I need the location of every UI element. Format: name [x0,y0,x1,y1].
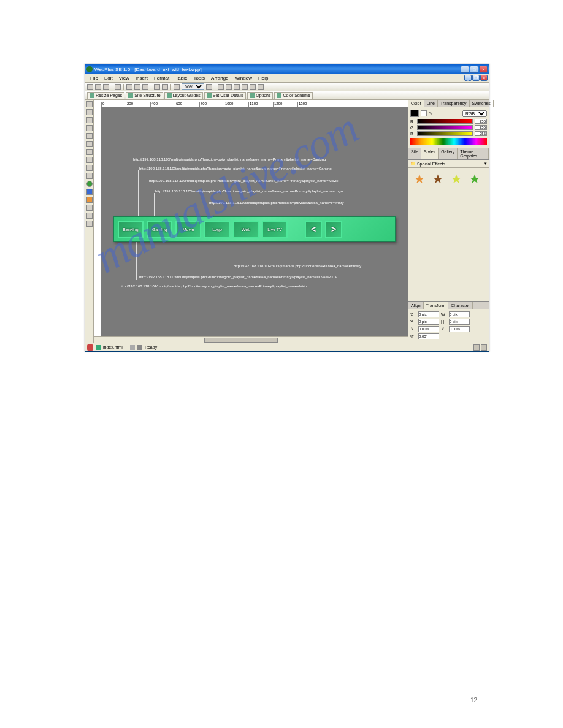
zoom-actual-icon[interactable] [226,84,232,90]
snap-icon[interactable] [258,84,264,90]
star-style-orange[interactable]: ★ [412,172,427,186]
text-tool-icon[interactable] [86,117,93,123]
media-tool-icon[interactable] [86,221,93,227]
line-tool-icon[interactable] [86,149,93,155]
zoom-out-icon[interactable] [174,84,180,90]
redo-icon[interactable] [162,84,168,90]
pointer-tool-icon[interactable] [86,101,93,107]
site-structure-button[interactable]: Site Structure [126,92,163,99]
y-input[interactable] [418,319,439,325]
zoom-select[interactable]: 66% [182,83,204,90]
rect-tool-icon[interactable] [86,157,93,163]
r-slider[interactable] [417,119,473,124]
menu-table[interactable]: Table [172,75,190,82]
rss-tool-icon[interactable] [86,197,93,203]
copy-icon[interactable] [134,84,140,90]
dropdown-icon[interactable]: ▾ [484,161,487,166]
crop-tool-icon[interactable] [86,173,93,179]
menu-help[interactable]: Help [255,75,271,82]
tab-swatches[interactable]: Swatches [470,100,494,107]
user-details-button[interactable]: Set User Details [204,92,247,99]
r-value[interactable]: 255 [475,119,487,124]
tab-color[interactable]: Color [408,100,424,107]
next-button[interactable]: > [325,221,342,238]
close-button[interactable]: × [479,66,488,73]
web-button[interactable]: Web [233,221,259,238]
fill-swatch[interactable] [421,110,427,116]
paste-icon[interactable] [142,84,148,90]
tab-theme-graphics[interactable]: Theme Graphics [458,148,489,159]
mdi-restore-button[interactable]: ❐ [472,75,480,81]
color-swatch[interactable] [410,110,419,117]
movie-button[interactable]: Movie [175,221,201,238]
menu-file[interactable]: File [87,75,101,82]
tab-styles[interactable]: Styles [421,148,439,159]
tab-transform[interactable]: Transform [424,302,449,309]
hotspot-tool-icon[interactable] [86,205,93,211]
save-icon[interactable] [103,84,109,90]
b-value[interactable]: 255 [475,131,487,136]
menu-format[interactable]: Format [151,75,172,82]
banking-button[interactable]: Banking [118,221,144,238]
star-style-brown[interactable]: ★ [431,172,445,186]
tab-site[interactable]: Site [408,148,421,159]
resize-pages-button[interactable]: Resize Pages [87,92,124,99]
menu-edit[interactable]: Edit [101,75,116,82]
menu-insert[interactable]: Insert [132,75,151,82]
canvas[interactable]: http://192.168.118.103/multiq/mapids.php… [101,107,408,336]
menu-window[interactable]: Window [232,75,255,82]
grid-icon[interactable] [250,84,256,90]
titlebar[interactable]: WebPlus SE 1.0 - [Dashboard_ext_with tex… [85,64,489,74]
b-slider[interactable] [417,131,473,136]
menu-view[interactable]: View [116,75,132,82]
fill-tool-icon[interactable] [86,165,93,171]
options-button[interactable]: Options [247,92,273,99]
color-mode-select[interactable]: RGB [462,110,487,117]
minimize-button[interactable]: _ [461,66,469,73]
scroll-thumb[interactable] [204,338,278,343]
menu-arrange[interactable]: Arrange [208,75,231,82]
sx-input[interactable] [418,326,439,332]
tab-character[interactable]: Character [448,302,473,309]
star-style-yellow[interactable]: ★ [449,172,464,186]
mdi-minimize-button[interactable]: _ [464,75,472,81]
open-icon[interactable] [95,84,101,90]
tab-transparency[interactable]: Transparency [438,100,470,107]
layout-guides-button[interactable]: Layout Guides [164,92,203,99]
frame-tool-icon[interactable] [86,125,93,131]
prev-button[interactable]: < [305,221,322,238]
star-style-green[interactable]: ★ [467,172,482,186]
new-icon[interactable] [87,84,93,90]
tab-align[interactable]: Align [408,302,424,309]
zoom-in-icon[interactable] [206,84,212,90]
menu-tools[interactable]: Tools [190,75,208,82]
table-tool-icon[interactable] [86,133,93,139]
logo-button[interactable]: Logo [204,221,230,238]
status-icon-1[interactable] [473,344,480,351]
livetv-button[interactable]: Live TV [262,221,288,238]
g-slider[interactable] [417,125,473,130]
zoom-fit-icon[interactable] [218,84,224,90]
horizontal-scrollbar[interactable] [94,336,408,343]
color-spectrum[interactable] [410,138,487,145]
rotate-tool-icon[interactable] [86,109,93,115]
tab-gallery[interactable]: Gallery [439,148,458,159]
preview-icon[interactable] [242,84,248,90]
home-icon[interactable] [234,84,240,90]
g-value[interactable]: 255 [475,125,487,130]
cut-icon[interactable] [126,84,132,90]
tab-line[interactable]: Line [424,100,438,107]
mdi-close-button[interactable]: × [480,75,488,81]
undo-icon[interactable] [154,84,160,90]
color-scheme-button[interactable]: Color Scheme [274,92,312,99]
w-input[interactable] [449,311,470,317]
print-icon[interactable] [115,84,121,90]
web-tool-icon[interactable] [86,181,93,187]
maximize-button[interactable]: □ [470,66,478,73]
page-icon[interactable] [87,344,93,351]
x-input[interactable] [418,311,439,317]
rot-input[interactable] [418,333,439,339]
gaming-button[interactable]: Gaming [147,221,172,238]
shape-tool-icon[interactable] [86,141,93,147]
status-icon-2[interactable] [481,344,487,351]
